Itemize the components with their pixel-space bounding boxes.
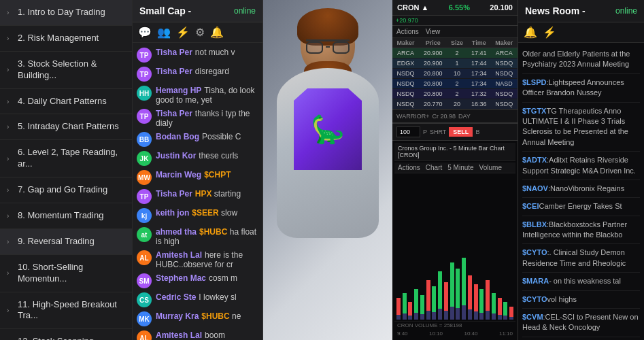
candle-group <box>479 177 485 320</box>
news-item: $MARA- on this weakness tal <box>522 273 640 290</box>
candle-body-green <box>432 286 436 312</box>
order-entry-bar: WARRIOR+ Cr 20.98 DAY <box>392 109 518 123</box>
sidebar-item-12[interactable]: ›12. Stock Scanning <box>0 329 132 340</box>
candle-body-red <box>498 298 502 315</box>
bar-chart-title: Cronos Group Inc. - 5 Minute Bar Chart [… <box>398 145 512 158</box>
image-background: 🦕 <box>263 0 392 340</box>
time-label-3: 10:40 <box>464 330 477 337</box>
news-ticker: $ADTX <box>522 156 547 164</box>
chart-chart-btn[interactable]: Chart <box>426 164 442 171</box>
sidebar-item-6[interactable]: ›6. Level 2, Tape Reading, ar... <box>0 140 132 177</box>
news-filter-icon[interactable]: ⚡ <box>543 26 556 39</box>
msg-ticker: $HUBC <box>201 311 229 321</box>
instructor-figure: 🦕 <box>263 0 392 340</box>
msg-content: Bodan BogPossible C <box>156 132 241 141</box>
candle-group <box>450 177 455 320</box>
sidebar-item-label: 11. High-Speed Breakout Tra... <box>18 299 126 322</box>
sell-button[interactable]: SELL <box>449 127 473 137</box>
level2-header: CRON ▲ 6.55% 20.100 <box>392 0 518 16</box>
candle-group <box>491 177 496 320</box>
chevron-icon: › <box>7 34 14 43</box>
sidebar-item-4[interactable]: ›4. Daily Chart Patterns <box>0 89 132 115</box>
cell-price: 20.800 <box>419 69 447 79</box>
candle-body-red <box>468 275 472 309</box>
cell-maker1: NSDQ <box>392 69 419 79</box>
sidebar-item-9[interactable]: ›9. Reversal Trading <box>0 229 132 255</box>
msg-username: Amitesh Lal <box>156 330 202 340</box>
chart-actions-btn[interactable]: Actions <box>398 164 420 171</box>
news-item: $LSPD:Lightspeed Announces Officer Brand… <box>522 74 640 103</box>
view-menu-btn[interactable]: View <box>426 28 441 35</box>
glasses <box>306 39 350 52</box>
cell-maker2: NSDQ <box>491 99 518 109</box>
msg-username: keith jon <box>156 208 189 218</box>
msg-text: ne <box>232 311 241 321</box>
actions-menu-btn[interactable]: Actions <box>396 28 419 35</box>
cell-maker1: NSDQ <box>392 89 419 99</box>
candle-group <box>426 177 431 320</box>
news-bell-icon[interactable]: 🔔 <box>524 26 537 39</box>
col-size: Size <box>447 38 467 48</box>
msg-content: Amitesh Lalhere is the HUBC..observe for… <box>156 250 258 269</box>
chat-icon[interactable]: 💬 <box>138 26 152 39</box>
sidebar-item-3[interactable]: ›3. Stock Selection & Building... <box>0 52 132 89</box>
filter-icon[interactable]: ⚡ <box>176 26 190 39</box>
chevron-icon: › <box>7 122 14 131</box>
glasses-lens-right <box>333 41 350 54</box>
day-label: DAY <box>458 113 471 120</box>
cell-maker2: ARCA <box>491 48 518 58</box>
cell-time: 16:36 <box>467 99 491 109</box>
col-maker1: Maker <box>392 38 419 48</box>
sidebar-item-8[interactable]: ›8. Momentum Trading <box>0 203 132 229</box>
sidebar-item-10[interactable]: ›10. Short-Selling Momentun... <box>0 255 132 292</box>
sidebar-item-label: 6. Level 2, Tape Reading, ar... <box>18 147 126 170</box>
news-item: $TGTXTG Therapeutics Anno ULTIMATE I & I… <box>522 103 640 152</box>
level2-data-table: Maker Price Size Time Maker ARCA 20.900 … <box>392 38 518 109</box>
head <box>301 14 355 75</box>
news-ticker: $BLBX <box>522 220 547 228</box>
volume-bar <box>468 309 472 320</box>
msg-username: Bodan Bog <box>156 132 199 141</box>
msg-content: Tisha Perthanks i typ the dialy <box>156 109 258 128</box>
chevron-icon: › <box>7 97 14 106</box>
msg-username: Hemang HP <box>156 86 201 95</box>
news-text: Camber Energy Takes St <box>539 202 622 210</box>
chart-volume-btn[interactable]: Volume <box>479 164 502 171</box>
news-item: $NAOV:NanoVibronix Regains <box>522 180 640 198</box>
candle-group <box>413 177 419 320</box>
sidebar-item-5[interactable]: ›5. Intraday Chart Patterns <box>0 114 132 140</box>
msg-username: Justin Kor <box>156 151 196 160</box>
avatar: AL <box>137 250 152 265</box>
candle-body-red <box>426 280 430 311</box>
chart-5min-btn[interactable]: 5 Minute <box>447 164 473 171</box>
sidebar-item-label: 8. Momentum Trading <box>18 210 103 222</box>
candle-group <box>408 177 413 320</box>
msg-content: Murray Kra$HUBC ne <box>156 311 241 321</box>
cell-time: 17:32 <box>467 89 491 99</box>
sidebar-item-1[interactable]: ›1. Intro to Day Trading <box>0 0 132 26</box>
msg-content: Marcin Weg$CHPT <box>156 170 231 180</box>
bar-chart-area: Cronos Group Inc. - 5 Minute Bar Chart [… <box>392 141 518 340</box>
volume-bar <box>426 311 430 320</box>
avatar: kj <box>137 208 152 223</box>
candle-body-green <box>456 269 460 308</box>
sidebar-item-11[interactable]: ›11. High-Speed Breakout Tra... <box>0 292 132 330</box>
settings-icon[interactable]: ⚙ <box>195 26 205 39</box>
chat-message: TPTisha PerHPX starting <box>133 187 262 206</box>
chat-messages-list: TPTisha Pernot much vTPTisha Perdisregar… <box>133 43 262 340</box>
users-icon[interactable]: 👥 <box>157 26 171 39</box>
qty-input[interactable] <box>396 126 420 137</box>
volume-bar <box>503 316 507 320</box>
chat-message: HHHemang HPTisha, do look good to me, ye… <box>133 84 262 107</box>
sidebar-item-7[interactable]: ›7. Gap and Go Trading <box>0 177 132 203</box>
cell-size: 20 <box>447 99 467 109</box>
sidebar-item-2[interactable]: ›2. Risk Management <box>0 26 132 52</box>
news-item: $ADTX:Aditxt Retains Riverside Support S… <box>522 152 640 180</box>
msg-ticker: HPX <box>195 189 212 199</box>
bar-chart-header: Cronos Group Inc. - 5 Minute Bar Chart [… <box>394 143 515 161</box>
msg-text: disregard <box>195 67 229 76</box>
chevron-icon: › <box>7 269 14 277</box>
chat-message: JKJustin Korthese curls <box>133 149 262 168</box>
bell-icon[interactable]: 🔔 <box>210 26 224 39</box>
candle-group <box>396 177 401 320</box>
